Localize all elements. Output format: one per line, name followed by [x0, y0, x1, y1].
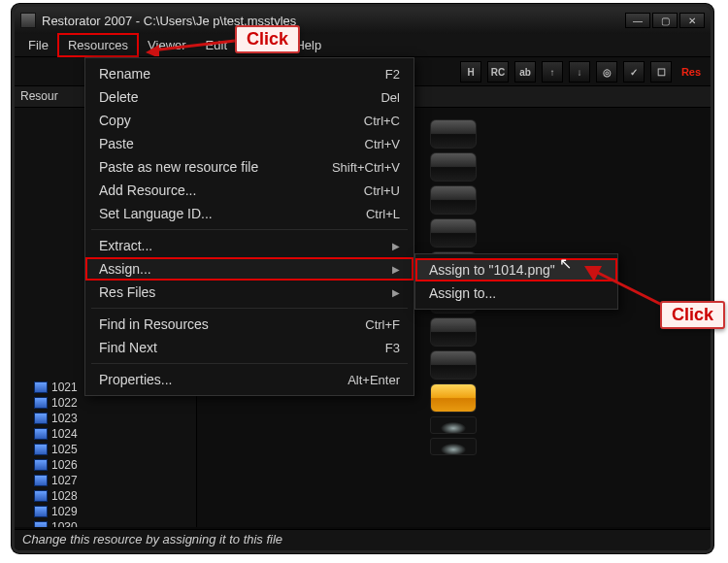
- menu-item-shortcut: Del: [381, 90, 400, 105]
- menu-separator: [91, 229, 408, 230]
- tree-item-label: 1024: [51, 427, 78, 441]
- tree-item[interactable]: 1023: [18, 411, 196, 426]
- menu-item-paste-as-new-resource-file[interactable]: Paste as new resource fileShift+Ctrl+V: [85, 155, 414, 179]
- tree-item-label: 1021: [51, 381, 78, 394]
- submenu-arrow-icon: ▶: [392, 241, 400, 251]
- thumbnail[interactable]: [430, 416, 477, 434]
- svg-marker-1: [146, 45, 159, 56]
- toolbar-up-icon[interactable]: ↑: [542, 61, 563, 83]
- close-button[interactable]: ✕: [679, 13, 705, 28]
- menu-resources[interactable]: Resources: [58, 34, 138, 56]
- submenu-arrow-icon: ▶: [392, 264, 400, 275]
- tree-item[interactable]: 1025: [18, 442, 196, 457]
- menu-item-label: Delete: [99, 89, 138, 105]
- menu-item-shortcut: Alt+Enter: [347, 373, 400, 387]
- titlebar: Restorator 2007 - C:\Users\Je p\test.mss…: [15, 7, 711, 34]
- svg-line-0: [151, 41, 235, 50]
- file-icon: [34, 413, 48, 424]
- menu-item-paste[interactable]: PasteCtrl+V: [85, 132, 414, 155]
- thumbnail[interactable]: [430, 438, 477, 455]
- tree-item[interactable]: 1028: [18, 488, 196, 504]
- menu-item-set-language-id[interactable]: Set Language ID...Ctrl+L: [85, 202, 414, 225]
- tree-item[interactable]: 1029: [18, 504, 196, 519]
- tree-item-label: 1027: [51, 474, 78, 487]
- menu-item-shortcut: Shift+Ctrl+V: [332, 160, 400, 175]
- toolbar-res-logo: Res: [678, 61, 705, 83]
- submenu-item-label: Assign to...: [429, 285, 496, 301]
- tree-item-label: 1026: [51, 458, 78, 472]
- menu-item-delete[interactable]: DeleteDel: [85, 85, 414, 109]
- minimize-button[interactable]: —: [625, 13, 650, 28]
- menu-separator: [91, 363, 408, 364]
- menu-item-shortcut: Ctrl+U: [364, 183, 400, 198]
- file-icon: [34, 521, 48, 527]
- annotation-click-2: Click: [660, 301, 725, 329]
- resources-dropdown: RenameF2DeleteDelCopyCtrl+CPasteCtrl+VPa…: [84, 57, 414, 396]
- menu-item-res-files[interactable]: Res Files▶: [85, 281, 414, 304]
- menu-item-assign[interactable]: Assign...▶: [85, 257, 414, 281]
- menu-item-rename[interactable]: RenameF2: [85, 62, 414, 85]
- menu-item-properties[interactable]: Properties...Alt+Enter: [85, 368, 414, 391]
- menu-item-shortcut: F3: [385, 341, 400, 355]
- menu-item-label: Extract...: [99, 238, 152, 253]
- thumbnail-selected[interactable]: [430, 383, 477, 413]
- menubar: File Resources Viewer Edit Tools Help: [15, 34, 711, 57]
- thumbnail[interactable]: [430, 119, 477, 149]
- menu-item-shortcut: Ctrl+C: [364, 114, 400, 128]
- menu-item-label: Set Language ID...: [99, 206, 213, 221]
- tree-item-label: 1030: [51, 520, 78, 527]
- tree-item[interactable]: 1026: [18, 457, 196, 473]
- tree-item[interactable]: 1027: [18, 473, 196, 488]
- menu-item-label: Properties...: [99, 372, 172, 387]
- tree-item-label: 1025: [51, 443, 78, 456]
- menu-item-label: Paste as new resource file: [99, 159, 258, 175]
- statusbar: Change this resource by assigning it to …: [15, 529, 711, 550]
- file-icon: [34, 506, 48, 517]
- thumbnail[interactable]: [430, 350, 477, 380]
- thumbnail[interactable]: [430, 218, 477, 248]
- menu-item-shortcut: Ctrl+F: [365, 317, 400, 332]
- submenu-arrow-icon: ▶: [392, 287, 400, 298]
- tree-item-label: 1028: [51, 489, 78, 503]
- toolbar-h-icon[interactable]: H: [460, 61, 481, 83]
- maximize-button[interactable]: ▢: [652, 13, 678, 28]
- file-icon: [34, 381, 48, 393]
- toolbar-box-icon[interactable]: ☐: [650, 61, 672, 83]
- file-icon: [34, 490, 48, 502]
- thumbnail[interactable]: [430, 152, 477, 182]
- tree-item[interactable]: 1030: [18, 519, 196, 527]
- menu-item-label: Assign...: [99, 261, 151, 277]
- file-icon: [34, 397, 48, 409]
- menu-item-label: Paste: [99, 136, 134, 151]
- annotation-click-1: Click: [235, 25, 300, 53]
- file-icon: [34, 459, 48, 471]
- menu-item-label: Find Next: [99, 340, 157, 355]
- tree-item-label: 1029: [51, 505, 78, 518]
- toolbar-check-icon[interactable]: ✓: [623, 61, 645, 83]
- tree-item[interactable]: 1024: [18, 426, 196, 442]
- menu-item-shortcut: Ctrl+V: [365, 137, 400, 151]
- cursor-icon: ↖: [559, 254, 572, 273]
- thumbnail[interactable]: [430, 317, 477, 347]
- toolbar-rc-icon[interactable]: RC: [487, 61, 509, 83]
- file-icon: [34, 428, 48, 440]
- submenu-item-label: Assign to "1014.png": [429, 262, 555, 278]
- menu-item-find-in-resources[interactable]: Find in ResourcesCtrl+F: [85, 313, 414, 336]
- menu-item-shortcut: F2: [385, 67, 400, 82]
- toolbar-target-icon[interactable]: ◎: [596, 61, 617, 83]
- menu-item-label: Res Files: [99, 284, 155, 300]
- menu-file[interactable]: File: [18, 34, 58, 56]
- menu-item-label: Find in Resources: [99, 316, 209, 332]
- thumbnail[interactable]: [430, 185, 477, 215]
- menu-item-copy[interactable]: CopyCtrl+C: [85, 109, 414, 132]
- file-icon: [34, 475, 48, 486]
- file-icon: [34, 444, 48, 455]
- menu-item-find-next[interactable]: Find NextF3: [85, 336, 414, 359]
- menu-item-add-resource[interactable]: Add Resource...Ctrl+U: [85, 179, 414, 202]
- menu-item-label: Rename: [99, 66, 150, 82]
- toolbar-ab-icon[interactable]: ab: [514, 61, 536, 83]
- svg-line-2: [592, 270, 662, 305]
- tree-item[interactable]: 1022: [18, 395, 196, 411]
- toolbar-down-icon[interactable]: ↓: [569, 61, 590, 83]
- menu-item-extract[interactable]: Extract...▶: [85, 234, 414, 257]
